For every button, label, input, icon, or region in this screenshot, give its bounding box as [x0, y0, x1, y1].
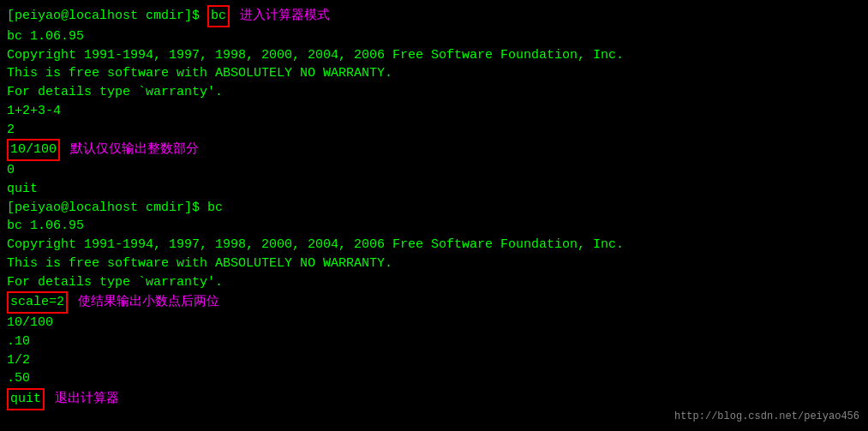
- annotation-calc-mode: 进入计算器模式: [240, 7, 330, 26]
- line-result2: 0: [7, 161, 861, 180]
- details-text-2: For details type `warranty'.: [7, 273, 223, 292]
- line-warranty1: This is free software with ABSOLUTELY NO…: [7, 64, 861, 83]
- line-copyright1: Copyright 1991-1994, 1997, 1998, 2000, 2…: [7, 46, 861, 65]
- version-text-2: bc 1.06.95: [7, 217, 84, 236]
- details-text-1: For details type `warranty'.: [7, 83, 223, 102]
- warranty-text-1: This is free software with ABSOLUTELY NO…: [7, 64, 392, 83]
- result-1: 2: [7, 121, 15, 140]
- quit-highlight: quit: [7, 388, 45, 410]
- watermark: http://blog.csdn.net/peiyao456: [674, 410, 859, 424]
- line-details1: For details type `warranty'.: [7, 83, 861, 102]
- result-4: .50: [7, 369, 30, 388]
- expr-3: 10/100: [7, 314, 53, 332]
- prompt-text-2: [peiyao@localhost cmdir]$ bc: [7, 199, 223, 218]
- version-text-1: bc 1.06.95: [7, 27, 84, 46]
- line-result3: .10: [7, 332, 861, 351]
- scale-highlight: scale=2: [7, 291, 68, 314]
- line-expr3: 10/100: [7, 314, 861, 332]
- cmd-bc-highlight: bc: [207, 5, 230, 27]
- annotation-quit: 退出计算器: [55, 390, 119, 409]
- line-expr2: 10/100默认仅仅输出整数部分: [7, 139, 861, 161]
- line-expr4: 1/2: [7, 351, 861, 370]
- prompt-text: [peiyao@localhost cmdir]$: [7, 7, 207, 26]
- line-quit2: quit退出计算器: [7, 388, 861, 410]
- line-scale: scale=2使结果输出小数点后两位: [7, 291, 861, 314]
- result-2: 0: [7, 161, 15, 180]
- line-expr1: 1+2+3-4: [7, 102, 861, 121]
- quit-text-1: quit: [7, 180, 38, 199]
- line-version2: bc 1.06.95: [7, 217, 861, 236]
- line-prompt1: [peiyao@localhost cmdir]$ bc进入计算器模式: [7, 5, 861, 27]
- expr-4: 1/2: [7, 351, 30, 370]
- line-result4: .50: [7, 369, 861, 388]
- annotation-integer-only: 默认仅仅输出整数部分: [70, 141, 199, 159]
- line-warranty2: This is free software with ABSOLUTELY NO…: [7, 254, 861, 273]
- line-copyright2: Copyright 1991-1994, 1997, 1998, 2000, 2…: [7, 236, 861, 254]
- result-3: .10: [7, 332, 30, 351]
- annotation-scale: 使结果输出小数点后两位: [78, 293, 219, 312]
- copyright-text-2: Copyright 1991-1994, 1997, 1998, 2000, 2…: [7, 236, 624, 254]
- expr-1: 1+2+3-4: [7, 102, 61, 121]
- line-result1: 2: [7, 121, 861, 140]
- line-quit1: quit: [7, 180, 861, 199]
- terminal: [peiyao@localhost cmdir]$ bc进入计算器模式 bc 1…: [0, 0, 868, 431]
- copyright-text-1: Copyright 1991-1994, 1997, 1998, 2000, 2…: [7, 46, 624, 65]
- expr-10-100-highlight: 10/100: [7, 139, 60, 161]
- warranty-text-2: This is free software with ABSOLUTELY NO…: [7, 254, 392, 273]
- line-details2: For details type `warranty'.: [7, 273, 861, 292]
- line-version1: bc 1.06.95: [7, 27, 861, 46]
- line-prompt2: [peiyao@localhost cmdir]$ bc: [7, 199, 861, 218]
